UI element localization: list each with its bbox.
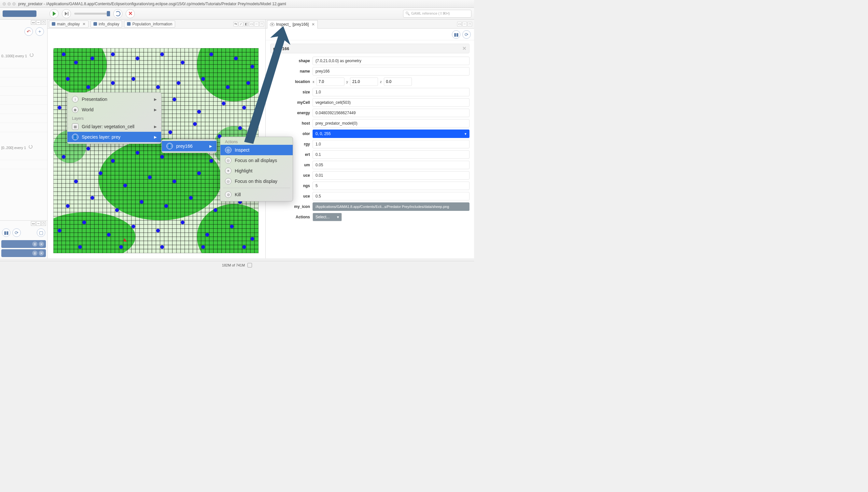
svg-point-80 (78, 245, 82, 249)
maximize-icon[interactable]: □ (41, 20, 46, 25)
max-dot[interactable] (13, 2, 16, 5)
opt-icon[interactable]: ⇆ (234, 22, 238, 26)
param-row[interactable] (0, 105, 47, 114)
location-z-input[interactable] (384, 77, 412, 86)
energy-reproduce-value[interactable]: 0.5 (313, 192, 469, 200)
param-row[interactable] (0, 96, 47, 105)
menu-grid-layer[interactable]: ▦ Grid layer: vegetation_cell ▶ (67, 121, 161, 132)
host-value[interactable]: prey_predator_model(0) (313, 119, 469, 127)
svg-point-21 (86, 85, 90, 89)
maximize-icon[interactable]: □ (41, 221, 46, 226)
opt-icon[interactable]: ▭ (249, 22, 254, 26)
menu-species-layer[interactable]: 👤 Species layer: prey ▶ (67, 132, 161, 142)
trash-icon[interactable] (247, 263, 252, 268)
location-y-input[interactable] (350, 77, 378, 86)
monitor-row[interactable]: ⏸ ✕ (1, 240, 46, 248)
param-row[interactable] (0, 87, 47, 96)
monitor-row[interactable]: ⏸ ✕ (1, 249, 46, 257)
name-value[interactable]: prey166 (313, 67, 469, 75)
param-row[interactable] (0, 151, 47, 160)
tab-info-display[interactable]: info_display (91, 21, 122, 28)
min-dot[interactable] (7, 2, 11, 5)
energy-transfert-value[interactable]: 0.1 (313, 150, 469, 159)
svg-point-42 (168, 130, 172, 134)
menu-presentation[interactable]: i Presentation ▶ (67, 94, 161, 104)
slider-thumb[interactable] (107, 11, 110, 16)
param-row[interactable] (0, 123, 47, 132)
svg-point-59 (173, 180, 176, 183)
close-icon[interactable]: ✕ (39, 242, 44, 247)
close-icon[interactable]: ✕ (39, 250, 44, 256)
action-kill[interactable]: ⊘ Kill (220, 189, 293, 200)
energy-value[interactable]: 0.04803921568627449 (313, 109, 469, 117)
refresh-button[interactable]: ⟳ (13, 228, 21, 237)
param-row[interactable] (0, 160, 47, 169)
step-icon (65, 12, 68, 16)
refresh-button[interactable]: ⟳ (462, 30, 471, 39)
opt-icon[interactable]: ⫽ (239, 22, 243, 26)
shape-value[interactable]: {7.0,21.0,0.0} as geometry (313, 57, 469, 65)
minimize-icon[interactable]: ─ (462, 22, 467, 26)
play-button[interactable] (49, 9, 58, 18)
mycell-value[interactable]: vegetation_cell(503) (313, 98, 469, 107)
pause-button[interactable]: ▮▮ (452, 30, 460, 39)
pause-button[interactable]: ▮▮ (2, 228, 10, 237)
color-value[interactable]: 0, 0, 255 (313, 129, 469, 138)
size-value[interactable]: 1.0 (313, 88, 469, 96)
action-inspect[interactable]: ◎ Inspect (220, 145, 293, 155)
svg-point-58 (148, 175, 151, 179)
action-highlight[interactable]: ☀ Highlight (220, 166, 293, 176)
param-row[interactable] (0, 59, 47, 68)
back-button[interactable]: ↶ (24, 27, 33, 36)
info-icon: i (72, 96, 78, 102)
pause-icon[interactable]: ⏸ (32, 242, 38, 247)
minimize-icon[interactable]: ─ (254, 22, 259, 26)
location-x-input[interactable] (316, 77, 344, 86)
close-dot[interactable] (3, 2, 6, 5)
offsprings-value[interactable]: 5 (313, 181, 469, 190)
param-label-1: 0..1000] every 1 (0, 50, 47, 59)
svg-point-65 (115, 208, 119, 212)
energy-consum-value[interactable]: 0.05 (313, 161, 469, 169)
tab-population-info[interactable]: Population_information (124, 21, 175, 28)
pause-icon: ▮▮ (4, 230, 8, 235)
add-button[interactable]: ＋ (35, 27, 44, 36)
pause-icon[interactable]: ⏸ (32, 250, 38, 256)
field-my-icon: my_icon /Applications/GAMA1.8.app/Conten… (270, 202, 469, 211)
field-color: olor 0, 0, 255 (270, 129, 469, 138)
actions-select[interactable]: Select... (313, 213, 342, 221)
submenu-prey166[interactable]: 👤 prey166 ▶ (162, 141, 217, 151)
view-icon[interactable]: ▭ (457, 22, 462, 26)
maximize-icon[interactable]: □ (260, 22, 264, 26)
icon-path-value[interactable]: /Applications/GAMA1.8.app/Contents/Ecli.… (313, 202, 469, 211)
tab-main-display[interactable]: main_display ✕ (49, 21, 89, 28)
speed-slider[interactable] (74, 13, 110, 15)
menu-world[interactable]: ◉ World ▶ (67, 104, 161, 115)
param-row[interactable] (0, 68, 47, 77)
max-energy-value[interactable]: 1.0 (313, 140, 469, 148)
param-row[interactable] (0, 114, 47, 123)
screen-button[interactable]: ▢ (37, 228, 45, 237)
opt-icon[interactable]: ◧ (244, 22, 248, 26)
inspect-tab[interactable]: Inspect_ [prey166] ✕ (267, 20, 318, 29)
minimize-icon[interactable]: ─ (36, 221, 41, 226)
close-icon[interactable]: ✕ (312, 22, 315, 27)
param-row[interactable] (0, 77, 47, 87)
svg-point-55 (74, 180, 78, 183)
minimize-icon[interactable]: ─ (36, 20, 41, 25)
stop-button[interactable]: ✕ (126, 9, 135, 18)
action-focus-all[interactable]: ◎ Focus on all displays (220, 155, 293, 166)
left-view-controls: ▭ ─ □ (31, 20, 46, 25)
menu-section-layers: Layers (67, 115, 161, 121)
close-icon[interactable]: ✕ (82, 22, 86, 26)
step-button[interactable] (62, 9, 71, 18)
view-icon[interactable]: ▭ (31, 221, 35, 226)
close-agent-icon[interactable]: ✕ (462, 46, 466, 51)
reload-button[interactable] (113, 9, 122, 18)
search-input[interactable]: GAML reference (⇧⌘H) (403, 10, 472, 18)
action-focus-this[interactable]: ◎ Focus on this display (220, 176, 293, 187)
field-nb-offsprings: ngs 5 (270, 181, 469, 190)
maximize-icon[interactable]: □ (467, 22, 472, 26)
view-icon[interactable]: ▭ (31, 20, 35, 25)
proba-reproduce-value[interactable]: 0.01 (313, 171, 469, 180)
